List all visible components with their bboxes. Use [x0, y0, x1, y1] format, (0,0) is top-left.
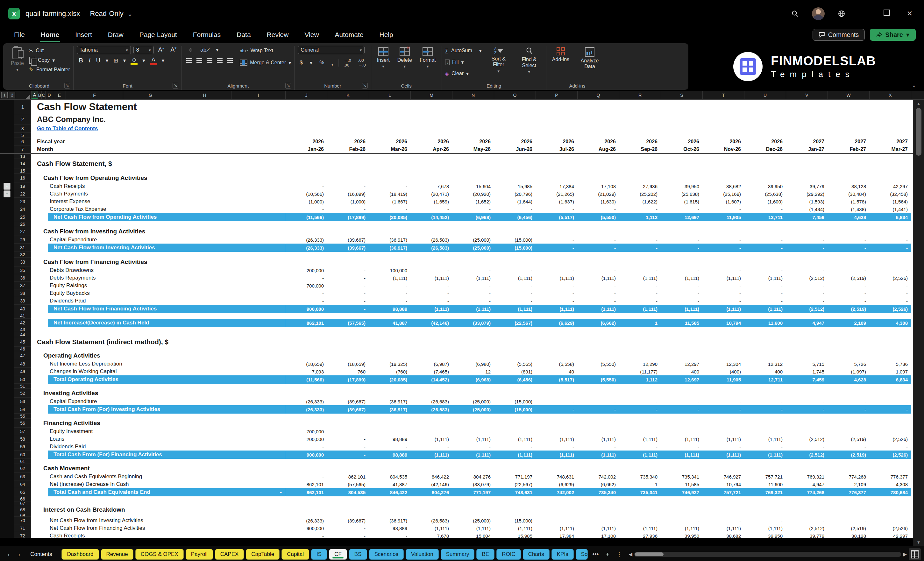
cell[interactable]: 760 [327, 368, 369, 375]
decrease-indent-button[interactable] [216, 57, 224, 64]
row-number-57[interactable]: 57 [14, 428, 31, 435]
cell[interactable]: (36,917) [369, 244, 410, 252]
cell[interactable]: (1,667) [369, 198, 410, 206]
empty-cells[interactable] [285, 124, 913, 133]
cell[interactable]: (26,333) [285, 236, 327, 244]
row-label[interactable] [31, 459, 285, 464]
row-label[interactable] [31, 327, 285, 332]
cell[interactable]: - [327, 532, 369, 538]
cell[interactable]: (39,667) [327, 405, 369, 414]
empty-cells[interactable] [285, 418, 913, 428]
menu-tab-file[interactable]: File [8, 30, 31, 40]
cell[interactable]: - [410, 443, 452, 450]
cell[interactable]: - [536, 236, 577, 244]
cell[interactable]: Sep-26 [619, 146, 661, 153]
cell[interactable]: - [577, 297, 619, 305]
clipboard-dialog-launcher[interactable]: ↘ [64, 83, 70, 88]
fill-button[interactable]: ↓Fill▾ [445, 57, 482, 67]
row-number-51[interactable]: 51 [14, 384, 31, 389]
column-header-X[interactable]: X [870, 91, 911, 99]
cell[interactable]: - [744, 244, 786, 252]
row-number-32[interactable]: 32 [14, 252, 31, 258]
cell[interactable]: 2026 [661, 138, 702, 146]
cell[interactable]: (15,000) [494, 236, 536, 244]
cell[interactable]: - [577, 206, 619, 213]
cell[interactable]: - [744, 267, 786, 274]
cell[interactable]: (1,111) [661, 305, 702, 313]
cell[interactable]: (1,000) [327, 198, 369, 206]
cell[interactable]: - [369, 428, 410, 435]
cell[interactable]: (20,085) [369, 375, 410, 384]
cell[interactable]: (1,111) [452, 524, 494, 532]
cell[interactable]: 7,093 [285, 368, 327, 375]
cell[interactable]: (26,583) [410, 398, 452, 405]
cell[interactable]: 2,109 [828, 319, 869, 327]
empty-cells[interactable] [285, 154, 913, 159]
cell[interactable]: (39,667) [327, 236, 369, 244]
row-number-68[interactable]: 68 [14, 505, 31, 514]
sheet-tab-contents[interactable]: Contents [25, 549, 60, 560]
cell[interactable]: - [369, 290, 410, 297]
cell[interactable]: - [661, 290, 702, 297]
insert-cells-button[interactable]: Insert▾ [375, 46, 392, 70]
merge-center-button[interactable]: Merge & Center▾ [240, 58, 291, 68]
cell[interactable]: (1,659) [410, 198, 452, 206]
cell[interactable]: - [744, 282, 786, 290]
cell[interactable]: (1,111) [702, 524, 744, 532]
cell[interactable]: 39,950 [744, 532, 786, 538]
cell[interactable]: (2,519) [828, 524, 869, 532]
empty-cells[interactable] [285, 313, 913, 319]
row-number-47[interactable]: 47 [14, 351, 31, 360]
align-right-button[interactable] [206, 57, 214, 64]
chevron-down-icon[interactable]: ⌄ [128, 10, 133, 18]
cell[interactable]: (1,111) [577, 435, 619, 443]
row-number-5[interactable]: 5 [14, 133, 31, 138]
row-label[interactable]: Net (Increase) Decrease In Cash [31, 480, 285, 488]
cell[interactable]: (400) [702, 368, 744, 375]
cell[interactable]: (26,333) [285, 405, 327, 414]
cell[interactable]: - [327, 206, 369, 213]
menu-tab-help[interactable]: Help [374, 30, 399, 40]
row-number-58[interactable]: 58 [14, 435, 31, 443]
empty-cells[interactable] [285, 501, 913, 505]
cell[interactable]: - [619, 236, 661, 244]
sheet-view-button[interactable] [909, 548, 921, 560]
cell[interactable]: 5,736 [869, 360, 911, 368]
align-left-button[interactable] [185, 57, 193, 64]
cell[interactable]: 748,631 [536, 473, 577, 480]
cell[interactable]: 771,197 [452, 488, 494, 496]
cell[interactable]: (2,512) [786, 305, 828, 313]
user-avatar[interactable] [812, 8, 825, 20]
cell[interactable]: (25,638) [661, 190, 702, 198]
cell[interactable]: 735,340 [577, 488, 619, 496]
cell[interactable]: (1,111) [577, 274, 619, 282]
cell[interactable]: (39,667) [327, 244, 369, 252]
cell[interactable]: - [280, 489, 285, 495]
cell[interactable]: (5,558) [536, 360, 577, 368]
cell[interactable]: - [452, 267, 494, 274]
copy-button[interactable]: Copy▾ [29, 56, 70, 65]
row-number-23[interactable]: 23 [14, 198, 31, 206]
column-header-G[interactable]: G [123, 91, 178, 99]
cell[interactable]: (14,452) [410, 213, 452, 221]
cell[interactable]: - [577, 267, 619, 274]
cell[interactable]: 7,678 [410, 532, 452, 538]
paste-button[interactable]: Paste▾ [8, 46, 26, 74]
empty-cells[interactable] [285, 258, 913, 267]
sheet-tab-cogs-opex[interactable]: COGS & OPEX [135, 549, 184, 560]
cell[interactable]: 39,779 [786, 182, 828, 190]
cell[interactable]: 11,585 [661, 480, 702, 488]
menu-tab-page-layout[interactable]: Page Layout [134, 30, 183, 40]
row-label[interactable]: Cash Flow from Operating Activities [31, 174, 285, 182]
cell[interactable]: - [661, 267, 702, 274]
cell[interactable]: - [452, 297, 494, 305]
row-label[interactable]: Equity Buybacks [31, 290, 285, 297]
cell[interactable]: (18,659) [285, 360, 327, 368]
column-header-B[interactable]: B [38, 91, 42, 99]
row-number-53[interactable]: 53 [14, 398, 31, 405]
row-label[interactable] [31, 154, 285, 159]
cell[interactable]: - [577, 236, 619, 244]
select-all-corner[interactable]: 1 2 [0, 91, 32, 99]
row-label[interactable]: Financing Activities [31, 418, 285, 428]
row-number-59[interactable]: 59 [14, 443, 31, 450]
